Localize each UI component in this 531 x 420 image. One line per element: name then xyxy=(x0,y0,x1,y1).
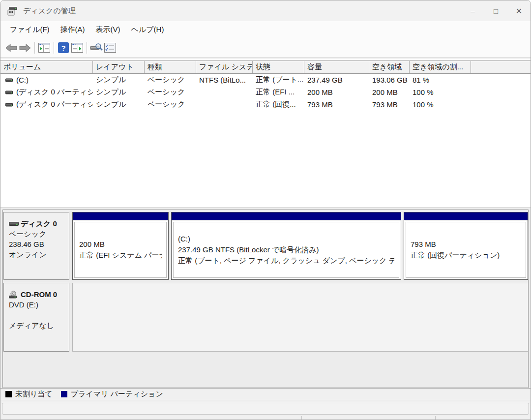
toolbar-separator xyxy=(87,42,87,54)
caption-buttons: – □ ✕ xyxy=(461,0,531,21)
cell-filesystem: NTFS (BitLo... xyxy=(196,76,253,84)
hdd-volume-icon xyxy=(5,90,13,95)
column-header-filesystem[interactable]: ファイル システム xyxy=(196,61,253,73)
cell-layout: シンプル xyxy=(93,88,145,97)
help-button[interactable]: ? xyxy=(57,41,70,55)
table-row[interactable]: (ディスク 0 パーティシ... シンプル ベーシック 正常 (回復... 79… xyxy=(0,98,531,111)
cell-status: 正常 (回復... xyxy=(253,100,304,109)
disk0-partitions: 200 MB 正常 (EFI システム パーティ (C:) 237.49 GB … xyxy=(72,212,528,280)
primary-partition-swatch xyxy=(61,391,67,397)
unallocated-swatch xyxy=(5,391,12,397)
graphical-view-pane: ディスク 0 ベーシック 238.46 GB オンライン 200 MB 正常 (… xyxy=(0,207,531,400)
console-tree-icon xyxy=(38,43,50,53)
maximize-button[interactable]: □ xyxy=(484,0,507,21)
cell-capacity: 200 MB xyxy=(304,88,369,96)
partition-color-bar xyxy=(172,212,401,220)
cell-free-pct: 100 % xyxy=(410,88,471,96)
table-row[interactable]: (C:) シンプル ベーシック NTFS (BitLo... 正常 (ブート..… xyxy=(0,74,531,86)
cdrom-name: CD-ROM 0 xyxy=(21,289,57,300)
volume-name: (ディスク 0 パーティシ... xyxy=(16,88,93,97)
cell-layout: シンプル xyxy=(93,75,145,85)
table-row[interactable]: (ディスク 0 パーティシ... シンプル ベーシック 正常 (EFI ... … xyxy=(0,86,531,98)
menu-view[interactable]: 表示(V) xyxy=(90,23,126,37)
cell-type: ベーシック xyxy=(145,88,196,97)
show-console-tree-button[interactable] xyxy=(37,41,51,55)
column-header-type[interactable]: 種類 xyxy=(145,61,196,73)
cdrom0-empty-region[interactable] xyxy=(72,283,529,352)
show-action-pane-button[interactable] xyxy=(70,41,84,55)
forward-icon xyxy=(19,44,31,52)
statusbar xyxy=(0,400,531,420)
window-title: ディスクの管理 xyxy=(23,6,76,16)
disk-type: ベーシック xyxy=(9,229,65,239)
cell-status: 正常 (EFI ... xyxy=(253,88,304,97)
partition-status: 正常 (ブート, ページ ファイル, クラッシュ ダンプ, ベーシック データ … xyxy=(178,255,394,266)
cell-type: ベーシック xyxy=(145,75,196,85)
partition-size: 237.49 GB NTFS (BitLocker で暗号化済み) xyxy=(178,244,394,255)
cell-layout: シンプル xyxy=(93,100,145,109)
disk-management-app-icon xyxy=(7,6,18,16)
disk-size: 238.46 GB xyxy=(9,239,65,249)
volume-list-header: ボリューム レイアウト 種類 ファイル システム 状態 容量 空き領域 空き領域… xyxy=(0,60,531,74)
menubar: ファイル(F) 操作(A) 表示(V) ヘルプ(H) xyxy=(0,21,531,38)
cdrom-icon xyxy=(9,291,19,299)
view-options-button[interactable] xyxy=(103,41,117,55)
back-button[interactable] xyxy=(4,41,18,55)
forward-button[interactable] xyxy=(18,41,32,55)
unallocated-label: 未割り当て xyxy=(15,390,53,399)
column-header-layout[interactable]: レイアウト xyxy=(93,61,145,73)
cdrom0-label-panel[interactable]: CD-ROM 0 DVD (E:) メディアなし xyxy=(3,283,69,352)
partition-status: 正常 (EFI システム パーティ xyxy=(79,250,162,261)
action-pane-icon xyxy=(71,43,83,53)
toolbar-separator xyxy=(54,42,54,54)
partition-size: 200 MB xyxy=(79,239,162,250)
partition-status: 正常 (回復パーティション) xyxy=(411,250,521,261)
partition-efi[interactable]: 200 MB 正常 (EFI システム パーティ xyxy=(72,212,169,280)
disk-management-window: ディスクの管理 – □ ✕ ファイル(F) 操作(A) 表示(V) ヘルプ(H) xyxy=(0,0,531,420)
column-header-filler xyxy=(471,61,531,73)
partition-size: 793 MB xyxy=(411,239,521,250)
menu-file[interactable]: ファイル(F) xyxy=(4,23,55,37)
toolbar: ? xyxy=(0,38,531,58)
partition-letter: (C:) xyxy=(178,234,394,244)
column-header-capacity[interactable]: 容量 xyxy=(304,61,369,73)
partition-color-bar xyxy=(404,212,528,220)
partition-color-bar xyxy=(73,212,168,220)
disk-status: オンライン xyxy=(9,249,65,260)
partition-recovery[interactable]: 793 MB 正常 (回復パーティション) xyxy=(404,212,528,280)
legend-bar: 未割り当て プライマリ パーティション xyxy=(0,388,531,400)
disk-properties-icon xyxy=(90,43,103,53)
volume-name: (ディスク 0 パーティシ... xyxy=(16,100,93,109)
cell-free-pct: 100 % xyxy=(410,100,471,109)
back-icon xyxy=(5,44,17,52)
column-header-status[interactable]: 状態 xyxy=(253,61,304,73)
cdrom-drive-letter: DVD (E:) xyxy=(9,300,65,310)
graphical-view-region: ディスク 0 ベーシック 238.46 GB オンライン 200 MB 正常 (… xyxy=(2,210,529,388)
status-divider xyxy=(435,416,436,420)
volume-list-pane: ボリューム レイアウト 種類 ファイル システム 状態 容量 空き領域 空き領域… xyxy=(0,58,531,207)
close-button[interactable]: ✕ xyxy=(507,0,531,21)
column-header-free[interactable]: 空き領域 xyxy=(369,61,410,73)
toolbar-separator xyxy=(34,42,35,54)
menu-action[interactable]: 操作(A) xyxy=(55,23,90,37)
column-header-volume[interactable]: ボリューム xyxy=(0,61,93,73)
status-message-pane xyxy=(2,403,529,415)
partition-c[interactable]: (C:) 237.49 GB NTFS (BitLocker で暗号化済み) 正… xyxy=(171,212,401,280)
cell-capacity: 793 MB xyxy=(304,100,369,109)
disk-properties-button[interactable] xyxy=(89,41,103,55)
disk0-label-panel[interactable]: ディスク 0 ベーシック 238.46 GB オンライン xyxy=(3,212,69,280)
cdrom-media-status: メディアなし xyxy=(9,320,65,330)
minimize-button[interactable]: – xyxy=(461,0,484,21)
status-divider xyxy=(301,416,302,420)
hdd-volume-icon xyxy=(5,78,13,83)
cell-free: 200 MB xyxy=(369,88,410,96)
hdd-volume-icon xyxy=(5,102,13,107)
help-icon: ? xyxy=(58,42,69,53)
menu-help[interactable]: ヘルプ(H) xyxy=(126,23,170,37)
column-header-free-pct[interactable]: 空き領域の割... xyxy=(410,61,471,73)
cell-free: 793 MB xyxy=(369,100,410,109)
hdd-disk-icon xyxy=(9,221,19,227)
status-grip-strip xyxy=(0,416,531,420)
cell-status: 正常 (ブート... xyxy=(253,75,304,85)
cell-free: 193.06 GB xyxy=(369,76,410,84)
